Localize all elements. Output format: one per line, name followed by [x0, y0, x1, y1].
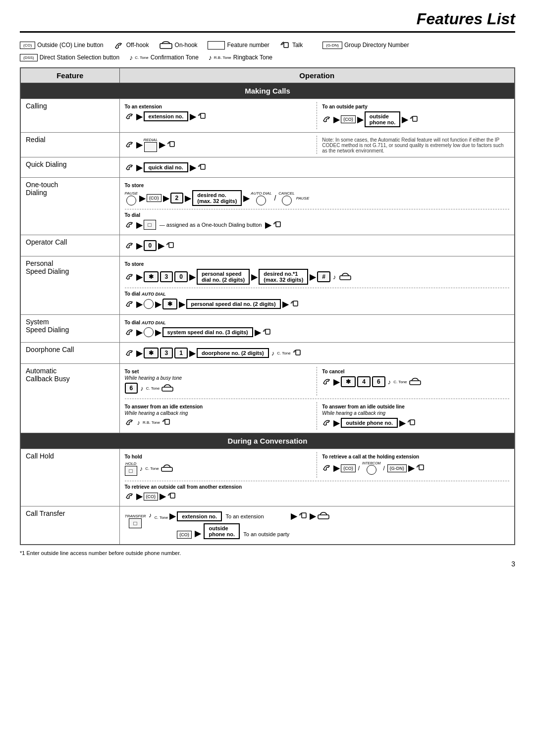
feature-system-speed: SystemSpeed Dialing: [20, 315, 119, 343]
desired-no-box2: desired no.*1(max. 32 digits): [259, 269, 308, 285]
btn-0a[interactable]: 0: [174, 271, 188, 282]
btn-star4[interactable]: ✱: [341, 376, 356, 387]
table-row: Redial ▶ REDIAL ▶: [20, 133, 515, 157]
footnote: *1 Enter outside line access number befo…: [20, 550, 515, 556]
table-header: Feature Operation: [20, 68, 515, 83]
offhook-icon2: [322, 115, 332, 124]
offhook-icon11: [322, 377, 332, 387]
table-row: Call Transfer TRANSFER □ ♪ C. Tone ▶: [20, 506, 515, 545]
btn-6b[interactable]: 6: [372, 376, 385, 387]
op-calling: To an extension ▶ extension no. ▶: [119, 99, 515, 133]
op-operator: ▶ 0 ▶: [119, 235, 515, 256]
btn-4[interactable]: 4: [357, 376, 371, 387]
table-row: Quick Dialing ▶ quick dial no. ▶: [20, 157, 515, 178]
svg-rect-2: [201, 113, 205, 118]
talk-icon12: [416, 463, 426, 473]
personal-speed-dial-box: personal speed dial no. (2 digits): [186, 299, 281, 309]
ext-no-box: extension no.: [144, 111, 189, 121]
legend-feature: Feature number: [208, 41, 269, 50]
svg-rect-12: [162, 387, 173, 391]
talk-icon6: [165, 241, 175, 251]
system-speed-box: system speed dial no. (3 digits): [162, 327, 253, 337]
doorphone-box: doorphone no. (2 digits): [197, 348, 269, 358]
svg-rect-6: [276, 222, 280, 227]
btn-star3[interactable]: ✱: [144, 348, 159, 358]
feature-doorphone: Doorphone Call: [20, 343, 119, 364]
talk-icon: [197, 112, 207, 121]
legend-talk: Talk: [279, 41, 303, 50]
table-row: SystemSpeed Dialing To dial AUTO DIAL ▶ …: [20, 315, 515, 343]
svg-rect-18: [170, 493, 175, 498]
feature-calling: Calling: [20, 99, 119, 133]
offhook-icon10: [125, 349, 135, 358]
offhook-icon14: [322, 463, 332, 473]
legend-ctone: ♪C. Tone Confirmation Tone: [129, 53, 199, 61]
offhook-icon8: [125, 300, 135, 309]
svg-rect-0: [160, 44, 172, 49]
feature-quick-dial: Quick Dialing: [20, 157, 119, 178]
offhook-icon3: [125, 140, 135, 150]
col-operation: Operation: [119, 68, 515, 83]
offhook-icon13: [322, 418, 332, 428]
onhook-icon3: [409, 377, 422, 387]
table-row: Call Hold To hold HOLD □ ♪ C. Tone: [20, 449, 515, 506]
btn-0[interactable]: 0: [144, 240, 157, 251]
svg-rect-17: [419, 465, 424, 470]
btn-3[interactable]: 3: [160, 271, 173, 282]
talk-icon10: [161, 418, 171, 427]
onhook-icon: [339, 272, 352, 282]
page-number: 3: [20, 560, 515, 568]
op-onetouch: To store PAUSE ▶ (CO) ▶ 2 ▶ desired no.(…: [119, 178, 515, 235]
svg-rect-20: [318, 515, 329, 519]
svg-rect-7: [169, 243, 173, 248]
op-redial: ▶ REDIAL ▶ Note: In some cas: [119, 133, 515, 157]
btn-star[interactable]: ✱: [144, 271, 159, 282]
legend-co: (CO) Outside (CO) Line button: [20, 42, 104, 49]
legend-onhook: On-hook: [159, 41, 198, 50]
personal-speed-box: personal speeddial no. (2 digits): [197, 269, 250, 285]
svg-rect-8: [340, 276, 351, 280]
table-row: Calling To an extension ▶ extension no. …: [20, 99, 515, 133]
offhook-icon7: [125, 272, 135, 282]
quick-dial-box: quick dial no.: [144, 162, 188, 172]
calling-ext-label: To an extension: [125, 104, 312, 109]
section-during-conversation: During a Conversation: [20, 433, 515, 449]
talk-icon5: [272, 220, 282, 230]
onhook-icon4: [160, 464, 173, 473]
btn-hash[interactable]: #: [317, 271, 330, 282]
op-callback: To set While hearing a busy tone 6 ♪ C. …: [119, 364, 515, 433]
talk-icon2: [409, 115, 419, 124]
btn-6[interactable]: 6: [125, 383, 138, 394]
talk-icon3: [166, 140, 176, 150]
feature-onetouch: One-touchDialing: [20, 178, 119, 235]
offhook-icon12: [125, 418, 135, 427]
talk-icon13: [167, 492, 177, 501]
svg-rect-13: [410, 381, 421, 385]
feature-call-hold: Call Hold: [20, 449, 119, 506]
table-row: Operator Call ▶ 0 ▶: [20, 235, 515, 256]
legend-dss: (DSS) Direct Station Selection button: [20, 54, 119, 61]
op-quick-dial: ▶ quick dial no. ▶: [119, 157, 515, 178]
legend: (CO) Outside (CO) Line button Off-hook O…: [20, 41, 515, 61]
talk-icon11: [407, 418, 417, 428]
btn-star2[interactable]: ✱: [162, 299, 177, 309]
legend-gdn: (G-DN) Group Directory Number: [322, 42, 409, 49]
btn-2[interactable]: 2: [170, 193, 184, 203]
page-title: Features List: [20, 10, 515, 33]
svg-rect-19: [302, 513, 306, 518]
section-making-calls: Making Calls: [20, 83, 515, 99]
talk-icon4: [197, 163, 207, 172]
svg-rect-10: [266, 329, 270, 334]
svg-rect-9: [293, 301, 298, 306]
talk-icon9: [292, 349, 302, 358]
btn-3b[interactable]: 3: [160, 348, 173, 358]
offhook-icon9: [125, 328, 135, 337]
op-call-transfer: TRANSFER □ ♪ C. Tone ▶ extension no. To …: [119, 506, 515, 545]
btn-1[interactable]: 1: [174, 348, 188, 358]
offhook-icon4: [125, 163, 135, 172]
op-doorphone: ▶ ✱ 3 1 ▶ doorphone no. (2 digits) ♪ C. …: [119, 343, 515, 364]
feature-operator: Operator Call: [20, 235, 119, 256]
main-table: Feature Operation Making Calls Calling T…: [20, 67, 515, 545]
offhook-icon: [125, 112, 135, 121]
svg-rect-15: [410, 420, 415, 425]
